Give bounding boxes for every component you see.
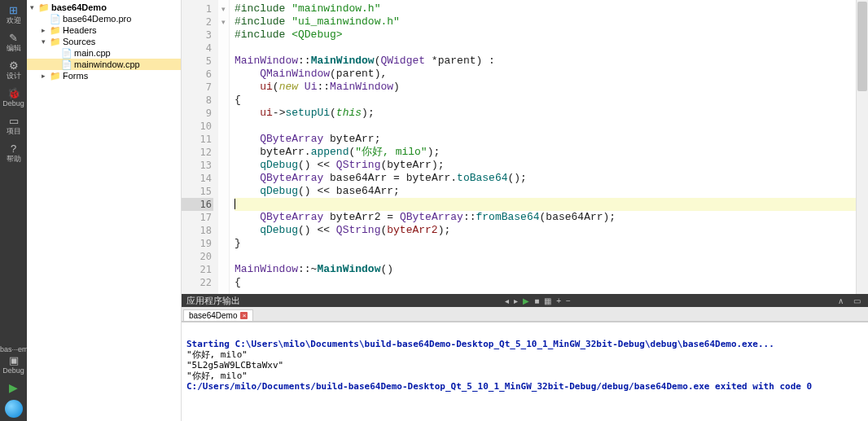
output-line: "你好, milo" <box>186 349 863 360</box>
output-tabs: base64Demo × <box>182 307 868 322</box>
output-right-tool-1[interactable]: ▭ <box>853 296 861 305</box>
folder-icon: 📁 <box>38 2 50 13</box>
output-tool-5[interactable]: + <box>556 296 561 305</box>
editor-vscrollbar[interactable] <box>856 0 868 294</box>
tree-label: base64Demo.pro <box>63 14 131 24</box>
line-gutter: 12345678910111213141516171819202122 <box>182 0 218 294</box>
mode-icon: ⊞ <box>2 4 24 16</box>
tree-row[interactable]: ▾📁base64Demo <box>27 2 181 13</box>
tree-row[interactable]: 📄mainwindow.cpp <box>27 59 181 70</box>
output-right-tool-0[interactable]: ∧ <box>838 296 844 305</box>
tree-label: Sources <box>63 37 95 46</box>
tree-row[interactable]: ▸📁Forms <box>27 70 181 81</box>
mode-label: 欢迎 <box>2 16 24 25</box>
mode-item-2[interactable]: ⚙设计 <box>2 55 24 83</box>
mode-item-5[interactable]: ?帮助 <box>2 138 24 166</box>
output-line: Starting C:\Users\milo\Documents\build-b… <box>186 339 863 349</box>
mode-label: 编辑 <box>2 44 24 53</box>
tree-label: Forms <box>63 71 88 81</box>
output-tool-0[interactable]: ◂ <box>505 296 509 305</box>
output-line: "你好, milo" <box>186 371 863 381</box>
tree-row[interactable]: 📄main.cpp <box>27 47 181 59</box>
mode-icon: ▭ <box>2 115 24 127</box>
project-tree[interactable]: ▾📁base64Demo📄base64Demo.pro▸📁Headers▾📁So… <box>27 0 181 83</box>
tree-label: base64Demo <box>51 2 107 12</box>
mode-icon: 🐞 <box>2 87 24 99</box>
output-title: 应用程序输出 <box>186 295 240 307</box>
output-tool-4[interactable]: ▦ <box>544 296 551 305</box>
code-editor[interactable]: 12345678910111213141516171819202122 ▾▾ #… <box>182 0 868 294</box>
tree-label: mainwindow.cpp <box>74 59 140 69</box>
progress-indicator <box>5 400 23 418</box>
tree-arrow-icon: ▾ <box>42 37 50 46</box>
output-tool-3[interactable]: ■ <box>534 296 539 305</box>
mode-sidebar: ⊞欢迎✎编辑⚙设计🐞Debug▭项目?帮助 bas···emo ▣ Debug … <box>0 0 27 421</box>
output-header: 应用程序输出 ◂▸▶■▦+− ∧▭ <box>182 294 868 307</box>
mode-label: 项目 <box>2 127 24 136</box>
tree-label: main.cpp <box>74 48 111 58</box>
run-button[interactable]: ▶ <box>0 378 27 397</box>
tree-arrow-icon: ▸ <box>42 72 50 80</box>
mode-item-3[interactable]: 🐞Debug <box>2 83 24 111</box>
tree-label: Headers <box>63 25 97 35</box>
mode-label: Debug <box>2 99 24 108</box>
tree-arrow-icon: ▸ <box>42 26 50 34</box>
output-body[interactable]: Starting C:\Users\milo\Documents\build-b… <box>182 322 868 421</box>
tree-row[interactable]: ▾📁Sources <box>27 36 181 47</box>
file-icon: 📄 <box>61 48 72 59</box>
output-tool-1[interactable]: ▸ <box>514 296 518 305</box>
tree-row[interactable]: 📄base64Demo.pro <box>27 13 181 24</box>
output-tab[interactable]: base64Demo × <box>183 309 253 321</box>
folder-icon: 📁 <box>50 25 61 36</box>
output-line: C:/Users/milo/Documents/build-base64Demo… <box>186 381 863 392</box>
mode-label: 设计 <box>2 72 24 81</box>
code-area[interactable]: #include "mainwindow.h"#include "ui_main… <box>230 0 868 294</box>
editor-vscrollbar-thumb[interactable] <box>857 2 867 91</box>
mode-item-4[interactable]: ▭项目 <box>2 111 24 138</box>
mode-icon: ✎ <box>2 32 24 44</box>
output-tool-6[interactable]: − <box>566 296 571 305</box>
app-root: ⊞欢迎✎编辑⚙设计🐞Debug▭项目?帮助 bas···emo ▣ Debug … <box>0 0 868 421</box>
output-tool-2[interactable]: ▶ <box>523 296 529 305</box>
tree-row[interactable]: ▸📁Headers <box>27 24 181 36</box>
output-tab-label: base64Demo <box>189 311 237 320</box>
file-icon: 📄 <box>50 14 61 24</box>
project-tree-pane: ▾📁base64Demo📄base64Demo.pro▸📁Headers▾📁So… <box>27 0 182 421</box>
mode-label: 帮助 <box>2 155 24 164</box>
mode-icon: ? <box>2 143 24 155</box>
kit-selector[interactable]: bas···emo ▣ Debug <box>0 341 27 378</box>
folder-icon: 📁 <box>50 71 61 81</box>
mode-icon: ⚙ <box>2 59 24 72</box>
editor-column: 12345678910111213141516171819202122 ▾▾ #… <box>182 0 868 421</box>
folder-icon: 📁 <box>50 37 61 47</box>
mode-item-0[interactable]: ⊞欢迎 <box>2 0 24 28</box>
mode-item-1[interactable]: ✎编辑 <box>2 28 24 55</box>
close-icon[interactable]: × <box>240 312 248 319</box>
play-icon: ▶ <box>0 382 27 394</box>
file-icon: 📄 <box>61 59 72 70</box>
fold-column[interactable]: ▾▾ <box>218 0 230 294</box>
output-line: "5L2g5aW9LCBtaWxv" <box>186 360 863 371</box>
tree-arrow-icon: ▾ <box>30 3 38 11</box>
